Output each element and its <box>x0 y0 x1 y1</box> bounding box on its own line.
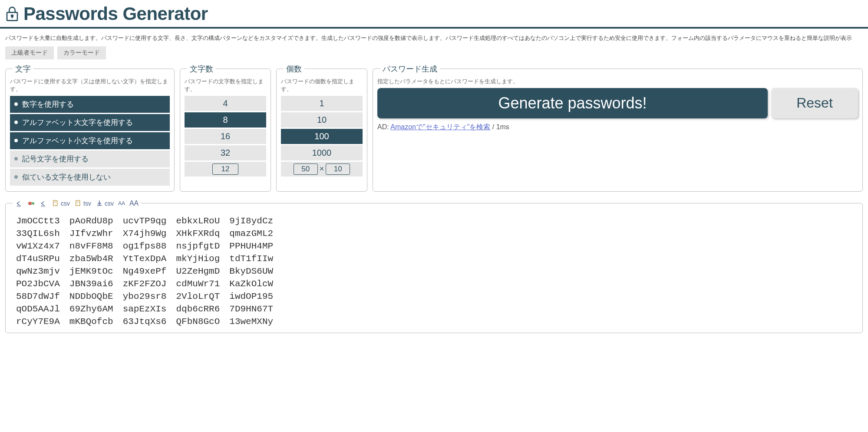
password-cell[interactable]: JBN39ai6 <box>66 278 117 290</box>
copy-tsv-button[interactable]: tsv <box>74 200 91 207</box>
password-cell[interactable]: 63JtqXs6 <box>119 316 170 327</box>
password-cell[interactable]: mkYjHiog <box>172 253 223 265</box>
password-cell[interactable]: rCyY7E9A <box>13 316 63 327</box>
panel-length-desc: パスワードの文字数を指定します。 <box>185 78 266 93</box>
password-cell[interactable]: XHkFXRdq <box>172 228 223 239</box>
length-option-4[interactable]: 4 <box>185 96 266 111</box>
password-cell[interactable]: cdMuWr71 <box>172 278 223 290</box>
password-cell[interactable]: JIfvzWhr <box>66 228 117 239</box>
radio-dot-icon <box>14 102 18 106</box>
char-option-0[interactable]: 数字を使用する <box>10 96 170 113</box>
svg-rect-11 <box>76 200 80 206</box>
ad-prefix: AD: <box>377 123 390 131</box>
length-custom-row <box>185 162 266 177</box>
copy-csv-button[interactable]: csv <box>52 200 70 207</box>
length-option-8[interactable]: 8 <box>185 112 266 128</box>
password-cell[interactable]: dqb6cRR6 <box>172 303 223 315</box>
panel-count-desc: パスワードの個数を指定します。 <box>281 78 363 93</box>
panel-count-legend: 個数 <box>284 64 304 74</box>
password-cell[interactable]: BkyDS6UW <box>226 265 277 277</box>
length-custom-input[interactable] <box>212 164 238 175</box>
table-row: 33QIL6shJIfvzWhrX74jh9WgXHkFXRdqqmazGML2 <box>13 228 277 239</box>
go-end-left-icon[interactable]: END <box>15 200 23 207</box>
password-cell[interactable]: PPHUH4MP <box>226 240 277 252</box>
password-cell[interactable]: pAoRdU8p <box>66 215 117 227</box>
password-cell[interactable]: X74jh9Wg <box>119 228 170 239</box>
copy-csv-label: csv <box>61 200 70 207</box>
char-option-3[interactable]: 記号文字を使用する <box>10 151 170 167</box>
password-cell[interactable]: tdT1fIIw <box>226 253 277 265</box>
count-option-1[interactable]: 1 <box>281 96 363 111</box>
password-cell[interactable]: 33QIL6sh <box>13 228 63 239</box>
char-option-label: 似ている文字を使用しない <box>22 172 111 182</box>
password-cell[interactable]: dT4uSRPu <box>13 253 63 265</box>
lock-icon <box>5 6 19 22</box>
count-option-1000[interactable]: 1000 <box>281 145 363 160</box>
password-cell[interactable]: YtTexDpA <box>119 253 170 265</box>
password-cell[interactable]: PO2JbCVA <box>13 278 63 290</box>
password-cell[interactable]: 9jI8ydCz <box>226 215 277 227</box>
password-cell[interactable]: QFbN8GcO <box>172 316 223 327</box>
password-cell[interactable]: 13weMXNy <box>226 316 277 327</box>
password-cell[interactable]: 58D7dWJf <box>13 291 63 302</box>
password-cell[interactable]: og1fps88 <box>119 240 170 252</box>
password-cell[interactable]: ebkxLRoU <box>172 215 223 227</box>
char-option-1[interactable]: アルファベット大文字を使用する <box>10 114 170 131</box>
go-end-right-icon[interactable]: END <box>40 200 47 207</box>
password-cell[interactable]: ucvTP9qg <box>119 215 170 227</box>
advanced-mode-button[interactable]: 上級者モード <box>5 46 54 59</box>
password-cell[interactable]: nsjpfgtD <box>172 240 223 252</box>
generate-button[interactable]: Generate passwords! <box>377 88 768 118</box>
length-option-16[interactable]: 16 <box>185 129 266 144</box>
password-cell[interactable]: jEMK9tOc <box>66 265 117 277</box>
settings-panels: 文字 パスワードに使用する文字（又は使用しない文字）を指定します。 数字を使用す… <box>0 64 868 192</box>
password-cell[interactable]: zba5Wb4R <box>66 253 117 265</box>
password-cell[interactable]: qOD5AAJl <box>13 303 63 315</box>
password-cell[interactable]: Ng49xePf <box>119 265 170 277</box>
password-cell[interactable]: NDDbOQbE <box>66 291 117 302</box>
count-option-100[interactable]: 100 <box>281 129 363 144</box>
download-csv-button[interactable]: csv <box>96 200 114 207</box>
panel-generate-desc: 指定したパラメータをもとにパスワードを生成します。 <box>377 78 858 85</box>
password-cell[interactable]: vW1Xz4x7 <box>13 240 63 252</box>
table-row: qwNz3mjvjEMK9tOcNg49xePfU2ZeHgmDBkyDS6UW <box>13 265 277 277</box>
char-option-4[interactable]: 似ている文字を使用しない <box>10 169 170 186</box>
panel-characters-legend: 文字 <box>13 64 33 74</box>
count-custom-a-input[interactable] <box>294 164 318 175</box>
font-smaller-button[interactable]: AA <box>118 200 125 206</box>
length-option-32[interactable]: 32 <box>185 145 266 160</box>
char-option-label: アルファベット小文字を使用する <box>22 136 133 146</box>
reset-button[interactable]: Reset <box>771 88 858 118</box>
password-cell[interactable]: JmOCCtt3 <box>13 215 63 227</box>
password-cell[interactable]: 69Zhy6AM <box>66 303 117 315</box>
count-multiply-label: × <box>320 164 324 173</box>
char-option-2[interactable]: アルファベット小文字を使用する <box>10 132 170 149</box>
password-cell[interactable]: ybo29sr8 <box>119 291 170 302</box>
password-cell[interactable]: sapEzXIs <box>119 303 170 315</box>
count-custom-b-input[interactable] <box>326 164 350 175</box>
count-option-10[interactable]: 10 <box>281 112 363 128</box>
password-cell[interactable]: U2ZeHgmD <box>172 265 223 277</box>
toggle-icon[interactable] <box>27 200 35 207</box>
password-cell[interactable]: n8vFF8M8 <box>66 240 117 252</box>
page-header: Passwords Generator <box>0 0 868 29</box>
password-cell[interactable]: 2VloLrQT <box>172 291 223 302</box>
radio-dot-icon <box>14 139 18 142</box>
password-cell[interactable]: qmazGML2 <box>226 228 277 239</box>
password-cell[interactable]: 7D9HN67T <box>226 303 277 315</box>
ad-link[interactable]: Amazonで"セキュリティ"を検索 <box>390 123 490 131</box>
panel-generate: パスワード生成 指定したパラメータをもとにパスワードを生成します。 Genera… <box>373 64 863 192</box>
radio-dot-icon <box>14 157 18 160</box>
password-cell[interactable]: mKBQofcb <box>66 316 117 327</box>
password-cell[interactable]: qwNz3mjv <box>13 265 63 277</box>
color-mode-button[interactable]: カラーモード <box>57 46 106 59</box>
svg-text:END: END <box>17 205 21 207</box>
table-row: 58D7dWJfNDDbOQbEybo29sr82VloLrQTiwdOP195 <box>13 291 277 302</box>
font-larger-button[interactable]: AA <box>129 200 139 207</box>
svg-rect-8 <box>53 200 57 206</box>
download-csv-label: csv <box>105 200 114 207</box>
password-cell[interactable]: iwdOP195 <box>226 291 277 302</box>
password-cell[interactable]: KaZkOlcW <box>226 278 277 290</box>
password-cell[interactable]: zKF2FZOJ <box>119 278 170 290</box>
panel-characters-desc: パスワードに使用する文字（又は使用しない文字）を指定します。 <box>10 78 170 93</box>
